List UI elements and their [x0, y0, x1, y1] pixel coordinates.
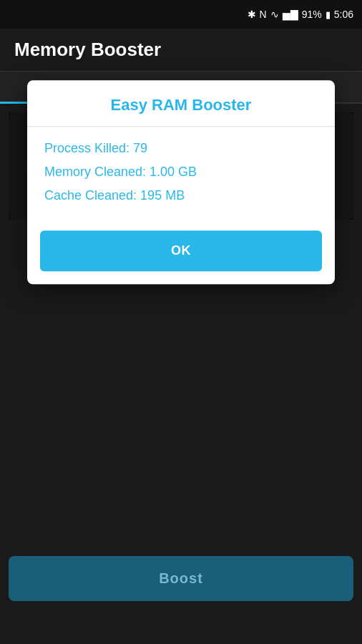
main-content: 47% Used: 1.44 GB Free: 1.32 GB Easy RAM…	[9, 112, 353, 220]
memory-label: Memory Cleaned:	[44, 165, 146, 179]
dialog-stat-cache: Cache Cleaned: 195 MB	[44, 188, 318, 203]
status-icons: ✱ N ∿ ▅▇ 91% ▮ 5:06	[248, 9, 353, 20]
wifi-icon: ∿	[270, 9, 279, 20]
signal-icon: ▅▇	[283, 9, 298, 20]
process-label: Process Killed:	[44, 141, 129, 155]
dialog: Easy RAM Booster Process Killed: 79 Memo…	[27, 80, 335, 284]
battery-percent: 91%	[302, 9, 322, 20]
app-title: Memory Booster	[14, 39, 348, 61]
process-value: 79	[133, 141, 147, 155]
dialog-body: Process Killed: 79 Memory Cleaned: 1.00 …	[27, 138, 335, 228]
boost-button[interactable]: Boost	[9, 556, 353, 601]
dialog-title: Easy RAM Booster	[27, 80, 335, 126]
dialog-stat-memory: Memory Cleaned: 1.00 GB	[44, 165, 318, 180]
dialog-stat-process: Process Killed: 79	[44, 141, 318, 156]
clock: 5:06	[334, 9, 353, 20]
network-icon: N	[260, 9, 267, 20]
boost-button-container: Boost	[9, 556, 353, 601]
bluetooth-icon: ✱	[248, 9, 256, 20]
cache-label: Cache Cleaned:	[44, 188, 137, 203]
ok-button[interactable]: OK	[40, 230, 322, 271]
cache-value: 195 MB	[140, 188, 185, 203]
app-header: Memory Booster	[0, 29, 362, 72]
battery-icon: ▮	[326, 9, 331, 20]
dialog-divider	[27, 126, 335, 127]
status-bar: ✱ N ∿ ▅▇ 91% ▮ 5:06	[0, 0, 362, 29]
memory-value: 1.00 GB	[150, 165, 197, 179]
